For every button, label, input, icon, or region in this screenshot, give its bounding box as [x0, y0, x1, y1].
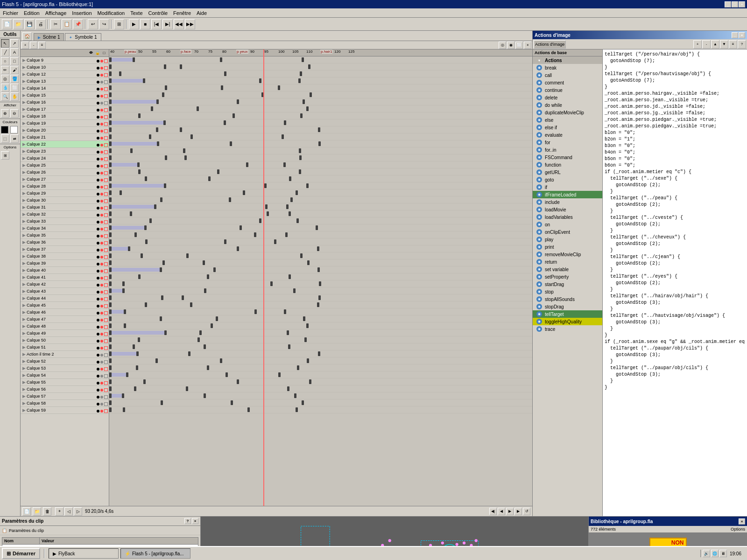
color-dot[interactable] — [100, 347, 103, 350]
prev-scene-btn[interactable]: ◀◀ — [174, 19, 184, 29]
lock-icon[interactable]: 🔒 — [95, 50, 100, 56]
outline-box[interactable] — [104, 115, 108, 119]
move-up-btn[interactable]: ▲ — [711, 40, 719, 49]
layer-row[interactable]: ▶Calque 16 — [21, 99, 109, 106]
outline-box[interactable] — [104, 213, 108, 217]
outline-box[interactable] — [104, 94, 108, 98]
action-list-item[interactable]: ◉continue — [533, 86, 602, 94]
action-list-item[interactable]: ◉comment — [533, 79, 602, 86]
eye-dot[interactable] — [97, 354, 99, 357]
action-list-item[interactable]: ◉loadMovie — [533, 206, 602, 213]
frame-row[interactable] — [109, 357, 532, 364]
color-dot[interactable] — [100, 165, 103, 168]
add-layer-btn[interactable]: + — [21, 42, 29, 49]
add-action-btn[interactable]: + — [693, 40, 702, 49]
outline-box[interactable] — [104, 360, 108, 364]
params-btn[interactable]: ≡ — [729, 40, 737, 49]
layer-props-btn[interactable]: ≡ — [38, 42, 46, 49]
frame-row[interactable] — [109, 322, 532, 329]
outline-box[interactable] — [104, 157, 108, 161]
select-tool[interactable]: ↖ — [1, 39, 9, 48]
action-list-item[interactable]: ◉startDrag — [533, 280, 602, 288]
color-dot[interactable] — [100, 298, 103, 301]
layer-row[interactable]: ▶Calque 15 — [21, 92, 109, 99]
new-btn[interactable]: 📄 — [2, 19, 12, 29]
outline-box[interactable] — [104, 248, 108, 252]
action-list-item[interactable]: ◉if — [533, 183, 602, 191]
action-list-item[interactable]: ◉return — [533, 258, 602, 266]
outline-box[interactable] — [104, 402, 108, 406]
color-dot[interactable] — [100, 389, 103, 392]
action-list-item[interactable]: ◉FSCommand — [533, 154, 602, 161]
color-dot[interactable] — [100, 291, 103, 294]
eye-dot[interactable] — [97, 263, 99, 266]
eye-dot[interactable] — [97, 319, 99, 322]
color-dot[interactable] — [100, 242, 103, 245]
layer-row[interactable]: ▶Calque 37 — [21, 246, 109, 253]
eye-dot[interactable] — [97, 116, 99, 119]
layer-row[interactable]: ▶Calque 30 — [21, 197, 109, 204]
outline-box[interactable] — [104, 297, 108, 301]
layer-row[interactable]: ▶Calque 13 — [21, 78, 109, 85]
ink-tool[interactable]: ◎ — [1, 75, 9, 83]
layer-row[interactable]: ▶Calque 55 — [21, 379, 109, 386]
action-list-item[interactable]: ◉do while — [533, 101, 602, 109]
eye-dot[interactable] — [97, 151, 99, 154]
action-list-item[interactable]: ◉break — [533, 64, 602, 71]
outline-box[interactable] — [104, 227, 108, 231]
eye-dot[interactable] — [97, 193, 99, 196]
undo-btn[interactable]: ↩ — [88, 19, 98, 29]
color-dot[interactable] — [100, 158, 103, 161]
layer-row[interactable]: ▶Calque 58 — [21, 400, 109, 407]
outline-box[interactable] — [104, 73, 108, 77]
color-dot[interactable] — [100, 88, 103, 91]
action-list-item[interactable]: ◉trace — [533, 325, 602, 333]
cut-btn[interactable]: ✂ — [50, 19, 61, 29]
oval-tool[interactable]: ○ — [1, 57, 9, 65]
layer-row[interactable]: ▶Calque 49 — [21, 330, 109, 337]
outline-box[interactable] — [104, 395, 108, 399]
eye-dot[interactable] — [97, 312, 99, 315]
outline-box[interactable] — [104, 374, 108, 378]
paste-btn[interactable]: 📌 — [73, 19, 83, 29]
color-dot[interactable] — [100, 172, 103, 175]
layer-row[interactable]: ▶Calque 25 — [21, 162, 109, 169]
eye-dot[interactable] — [97, 81, 99, 84]
tray-icon2[interactable]: 🌐 — [711, 550, 719, 557]
frame-row[interactable] — [109, 385, 532, 392]
rewind-btn[interactable]: ◀| — [489, 508, 497, 515]
color-dot[interactable] — [100, 256, 103, 259]
code-editor[interactable]: tellTarget ("/perso/hairav/obj") { gotoA… — [603, 49, 747, 516]
play-btn[interactable]: ▶ — [129, 19, 139, 29]
delete-frame-btn[interactable]: 🗑 — [43, 507, 51, 516]
action-list-item[interactable]: ◉play — [533, 236, 602, 243]
layer-row[interactable]: ▶Calque 59 — [21, 407, 109, 414]
color-dot[interactable] — [100, 137, 103, 140]
color-dot[interactable] — [100, 200, 103, 203]
action-list-item[interactable]: ◉else if — [533, 124, 602, 131]
outline-box[interactable] — [104, 262, 108, 266]
color-dot[interactable] — [100, 74, 103, 77]
layer-row[interactable]: ▶Calque 29 — [21, 190, 109, 197]
layer-row[interactable]: ▶Calque 44 — [21, 295, 109, 302]
outline-box[interactable] — [104, 206, 108, 210]
color-dot[interactable] — [100, 410, 103, 413]
action-list-item[interactable]: ◉print — [533, 243, 602, 251]
eye-icon[interactable]: 👁 — [88, 50, 94, 56]
color-dot[interactable] — [100, 312, 103, 315]
menu-modification[interactable]: Modification — [95, 9, 128, 17]
snap-btn[interactable]: ⊞ — [114, 19, 124, 29]
play-tl-btn[interactable]: ▶ — [506, 508, 514, 515]
color-dot[interactable] — [100, 214, 103, 217]
color-dot[interactable] — [100, 361, 103, 364]
brush-tool[interactable]: 🖌 — [10, 66, 19, 74]
action-list-item[interactable]: ◉include — [533, 198, 602, 206]
onion-outline-btn[interactable]: ◉ — [507, 42, 514, 49]
taskbar-flyback[interactable]: ▶ FlyBack — [49, 548, 119, 559]
color-dot[interactable] — [100, 60, 103, 63]
outline-box[interactable] — [104, 381, 108, 385]
outline-box[interactable] — [104, 192, 108, 196]
frame-row[interactable] — [109, 273, 532, 280]
center-frame-btn[interactable]: ⌖ — [524, 42, 531, 49]
layer-row[interactable]: ▶Calque 28 — [21, 183, 109, 190]
